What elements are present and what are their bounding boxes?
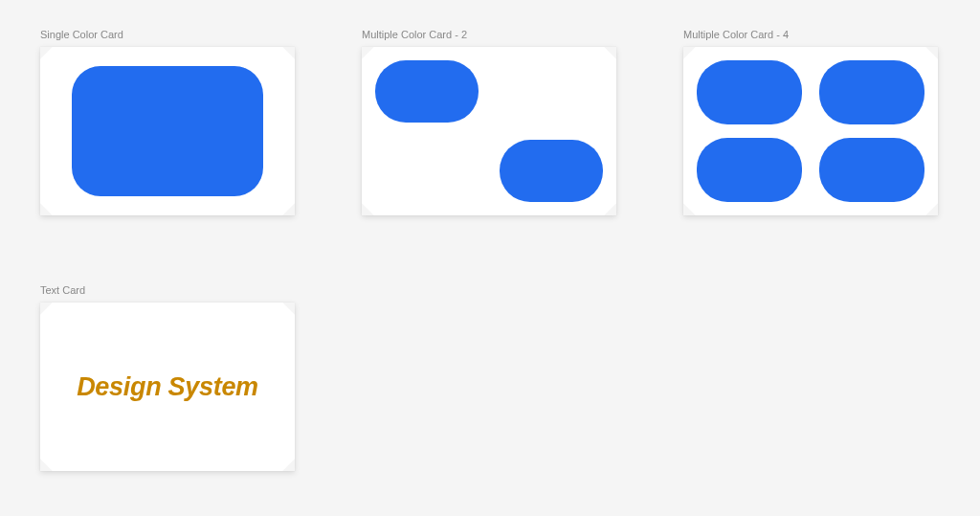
- color-swatch: [697, 138, 802, 202]
- color-swatch: [500, 140, 603, 202]
- text-card-item: Text Card Design System: [40, 284, 295, 471]
- text-card[interactable]: Design System: [40, 303, 295, 471]
- card-label: Multiple Color Card - 4: [683, 29, 938, 40]
- color-swatch: [375, 60, 479, 123]
- multiple-color-card-4[interactable]: [683, 47, 938, 215]
- card-grid: Single Color Card Multiple Color Card - …: [40, 29, 940, 471]
- single-color-card-item: Single Color Card: [40, 29, 295, 215]
- color-swatch: [697, 60, 802, 124]
- card-label: Text Card: [40, 284, 295, 296]
- color-swatch: [72, 66, 263, 196]
- multiple-color-card-2[interactable]: [362, 47, 616, 215]
- card-label: Multiple Color Card - 2: [362, 29, 616, 40]
- text-card-content: Design System: [77, 372, 258, 402]
- swatch-container: [362, 47, 616, 215]
- swatch-container: [683, 47, 938, 215]
- single-color-card[interactable]: [40, 47, 295, 215]
- card-label: Single Color Card: [40, 29, 295, 40]
- multiple-color-card-2-item: Multiple Color Card - 2: [362, 29, 616, 215]
- multiple-color-card-4-item: Multiple Color Card - 4: [683, 29, 938, 215]
- color-swatch: [819, 138, 924, 202]
- color-swatch: [819, 60, 924, 124]
